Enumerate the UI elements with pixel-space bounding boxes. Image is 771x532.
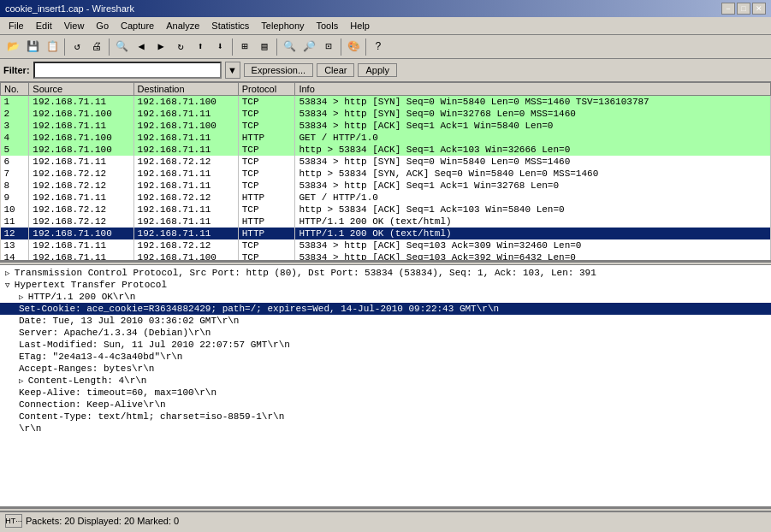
- table-row[interactable]: 7192.168.72.12192.168.71.11TCPhttp > 538…: [1, 168, 771, 180]
- menu-item-telephony[interactable]: Telephony: [256, 19, 309, 33]
- toolbar-sep6: [365, 38, 366, 56]
- apply-button[interactable]: Apply: [358, 63, 397, 77]
- toolbar-sep3: [232, 38, 233, 56]
- menu-item-statistics[interactable]: Statistics: [206, 19, 254, 33]
- table-row[interactable]: 4192.168.71.100192.168.71.11HTTPGET / HT…: [1, 132, 771, 144]
- table-row[interactable]: 5192.168.71.100192.168.71.11TCPhttp > 53…: [1, 144, 771, 156]
- col-header-no[interactable]: No.: [1, 83, 29, 96]
- detail-line: Content-Type: text/html; charset=iso-885…: [0, 411, 771, 423]
- col-header-destination[interactable]: Destination: [133, 83, 238, 96]
- toolbar-open[interactable]: 📂: [3, 38, 22, 56]
- table-row[interactable]: 8192.168.72.12192.168.71.11TCP53834 > ht…: [1, 180, 771, 192]
- table-row[interactable]: 13192.168.71.11192.168.72.12TCP53834 > h…: [1, 239, 771, 251]
- statusbar: HT··· Packets: 20 Displayed: 20 Marked: …: [0, 511, 771, 529]
- packet-detail[interactable]: Transmission Control Protocol, Src Port:…: [0, 265, 771, 508]
- col-header-source[interactable]: Source: [29, 83, 133, 96]
- toolbar-print[interactable]: 🖨: [87, 38, 106, 56]
- toolbar-close[interactable]: 📋: [43, 38, 62, 56]
- packet-table: No. Source Destination Protocol Info 119…: [0, 82, 771, 260]
- menu-item-go[interactable]: Go: [91, 19, 114, 33]
- detail-line: Accept-Ranges: bytes\r\n: [0, 363, 771, 375]
- minimize-button[interactable]: −: [721, 3, 735, 15]
- packet-list[interactable]: No. Source Destination Protocol Info 119…: [0, 82, 771, 260]
- menu-item-file[interactable]: File: [3, 19, 29, 33]
- detail-line: Set-Cookie: ace_cookie=R3634882429; path…: [0, 303, 771, 315]
- detail-line[interactable]: Content-Length: 4\r\n: [0, 375, 771, 387]
- menubar: FileEditViewGoCaptureAnalyzeStatisticsTe…: [0, 17, 771, 35]
- col-header-protocol[interactable]: Protocol: [238, 83, 295, 96]
- titlebar-controls: − □ ✕: [721, 3, 766, 15]
- toolbar-start[interactable]: ▤: [255, 38, 274, 56]
- status-text: Packets: 20 Displayed: 20 Marked: 0: [26, 516, 179, 526]
- detail-line: Date: Tue, 13 Jul 2010 03:36:02 GMT\r\n: [0, 315, 771, 327]
- toolbar-sep1: [64, 38, 65, 56]
- toolbar-zoom-in[interactable]: 🔍: [280, 38, 299, 56]
- detail-line: Connection: Keep-Alive\r\n: [0, 399, 771, 411]
- menu-item-tools[interactable]: Tools: [311, 19, 344, 33]
- toolbar-colorize[interactable]: 🎨: [344, 38, 363, 56]
- menu-item-analyze[interactable]: Analyze: [161, 19, 205, 33]
- statusbar-left: HT··· Packets: 20 Displayed: 20 Marked: …: [5, 514, 179, 528]
- detail-line: Keep-Alive: timeout=60, max=100\r\n: [0, 387, 771, 399]
- filterbar: Filter: ▼ Expression... Clear Apply: [0, 59, 771, 82]
- expression-button[interactable]: Expression...: [244, 63, 314, 77]
- table-row[interactable]: 3192.168.71.11192.168.71.100TCP53834 > h…: [1, 120, 771, 132]
- filter-input[interactable]: [33, 62, 222, 79]
- titlebar: cookie_insert1.cap - Wireshark − □ ✕: [0, 0, 771, 17]
- status-icon: HT···: [5, 514, 22, 528]
- maximize-button[interactable]: □: [737, 3, 750, 15]
- title-text: cookie_insert1.cap - Wireshark: [5, 3, 134, 14]
- toolbar-zoom-out[interactable]: 🔎: [300, 38, 318, 56]
- toolbar-sep5: [341, 38, 341, 56]
- detail-line[interactable]: Transmission Control Protocol, Src Port:…: [0, 267, 771, 279]
- clear-button[interactable]: Clear: [317, 63, 354, 77]
- menu-item-view[interactable]: View: [59, 19, 90, 33]
- col-header-info[interactable]: Info: [295, 83, 771, 96]
- detail-line: Last-Modified: Sun, 11 Jul 2010 22:07:57…: [0, 339, 771, 351]
- table-row[interactable]: 11192.168.72.12192.168.71.11HTTPHTTP/1.1…: [1, 216, 771, 228]
- detail-line: Server: Apache/1.3.34 (Debian)\r\n: [0, 327, 771, 339]
- menu-item-edit[interactable]: Edit: [31, 19, 57, 33]
- toolbar-help[interactable]: ?: [369, 38, 388, 56]
- menu-item-capture[interactable]: Capture: [116, 19, 159, 33]
- detail-line: \r\n: [0, 423, 771, 434]
- toolbar: 📂 💾 📋 ↺ 🖨 🔍 ◀ ▶ ↻ ⬆ ⬇ ⊞ ▤ 🔍 🔎 ⊡ 🎨 ?: [0, 35, 771, 59]
- detail-line[interactable]: HTTP/1.1 200 OK\r\n: [0, 291, 771, 303]
- toolbar-up[interactable]: ⬆: [191, 38, 210, 56]
- close-button[interactable]: ✕: [752, 3, 766, 15]
- packet-list-container: No. Source Destination Protocol Info 119…: [0, 82, 771, 262]
- table-row[interactable]: 2192.168.71.100192.168.71.11TCP53834 > h…: [1, 108, 771, 120]
- toolbar-save[interactable]: 💾: [23, 38, 42, 56]
- toolbar-prev[interactable]: ◀: [132, 38, 151, 56]
- toolbar-next[interactable]: ▶: [151, 38, 170, 56]
- filter-label: Filter:: [3, 65, 30, 75]
- table-row[interactable]: 6192.168.71.11192.168.72.12TCP53834 > ht…: [1, 156, 771, 168]
- toolbar-zoom-fit[interactable]: ⊡: [319, 38, 338, 56]
- table-row[interactable]: 12192.168.71.100192.168.71.11HTTPHTTP/1.…: [1, 228, 771, 239]
- toolbar-capture-opts[interactable]: ⊞: [235, 38, 254, 56]
- menu-item-help[interactable]: Help: [345, 19, 375, 33]
- toolbar-find[interactable]: 🔍: [112, 38, 131, 56]
- detail-line: ETag: "2e4a13-4-4c3a40bd"\r\n: [0, 351, 771, 363]
- filter-dropdown[interactable]: ▼: [225, 62, 240, 79]
- table-row[interactable]: 1192.168.71.11192.168.71.100TCP53834 > h…: [1, 96, 771, 109]
- table-row[interactable]: 10192.168.72.12192.168.71.11TCPhttp > 53…: [1, 204, 771, 216]
- toolbar-restart[interactable]: ↺: [68, 38, 86, 56]
- toolbar-sep4: [276, 38, 277, 56]
- main-content: No. Source Destination Protocol Info 119…: [0, 82, 771, 511]
- pane-resize-2[interactable]: [0, 508, 771, 511]
- toolbar-sep2: [109, 38, 110, 56]
- toolbar-down[interactable]: ⬇: [211, 38, 229, 56]
- table-row[interactable]: 9192.168.71.11192.168.72.12HTTPGET / HTT…: [1, 192, 771, 204]
- table-row[interactable]: 14192.168.71.11192.168.71.100TCP53834 > …: [1, 251, 771, 260]
- detail-line: Hypertext Transfer Protocol: [0, 279, 771, 291]
- toolbar-refresh[interactable]: ↻: [171, 38, 190, 56]
